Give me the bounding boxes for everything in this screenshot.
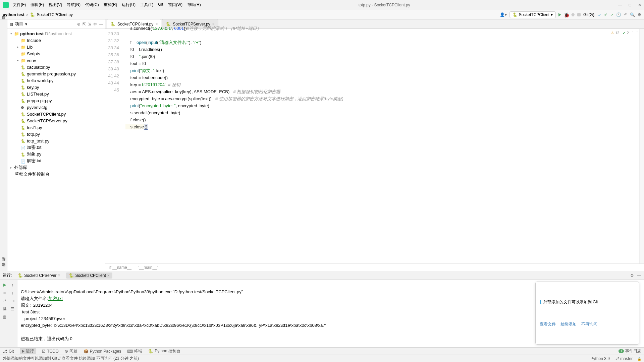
menu-run[interactable]: 运行(U) xyxy=(122,2,136,8)
structure-tool-tab[interactable]: 结构 xyxy=(0,263,7,265)
tool-run[interactable]: 运行 xyxy=(20,348,36,354)
run-button[interactable] xyxy=(558,13,561,16)
tool-todo[interactable]: ☑TODO xyxy=(42,349,58,354)
menu-navigate[interactable]: 导航(N) xyxy=(67,2,80,8)
chevron-up-icon[interactable]: ˆ xyxy=(632,31,634,35)
ok-count[interactable]: 2 xyxy=(623,31,629,35)
project-header-label[interactable]: 项目 xyxy=(15,21,23,27)
hide-panel-icon[interactable]: — xyxy=(637,273,641,278)
warning-count[interactable]: 12 xyxy=(611,31,619,35)
tree-file[interactable]: 解密.txt xyxy=(7,158,105,164)
tree-dir[interactable]: venv xyxy=(27,58,36,63)
project-tool-tab[interactable]: 项目 xyxy=(0,21,7,23)
rerun-button[interactable]: ▶ xyxy=(1,281,8,288)
tool-python-packages[interactable]: 📦Python Packages xyxy=(84,349,121,354)
chevron-right-icon[interactable]: ▸ xyxy=(16,59,19,62)
tree-file[interactable]: hello world.py xyxy=(7,77,105,84)
toast-view-files[interactable]: 查看文件 xyxy=(540,321,556,327)
chevron-down-icon[interactable]: ▾ xyxy=(25,22,27,26)
status-python[interactable]: Python 3.9 xyxy=(591,356,610,361)
scroll-end-button[interactable]: ⇥ xyxy=(9,297,16,304)
lock-icon[interactable] xyxy=(637,356,641,361)
close-button[interactable]: ✕ xyxy=(638,3,641,7)
close-icon[interactable]: × xyxy=(107,273,110,278)
tree-file[interactable]: SocketTCPClient.py xyxy=(7,111,105,117)
account-icon[interactable]: 👤▾ xyxy=(500,12,507,17)
collapse-all-icon[interactable]: ⇲ xyxy=(88,22,91,26)
tool-problems[interactable]: ⊘问题 xyxy=(65,348,77,354)
search-button[interactable]: 🔍 xyxy=(630,12,635,17)
breadcrumb-root[interactable]: python test xyxy=(3,12,24,17)
event-log[interactable]: 1事件日志 xyxy=(619,348,641,354)
run-config-selector[interactable]: 🐍 SocketTCPClient ▾ xyxy=(509,11,556,18)
toast-dont-ask[interactable]: 不再询问 xyxy=(581,321,597,327)
status-message[interactable]: 外部添加的文件可以添加到 Git // 查看文件 始终添加 不再询问 (23 分… xyxy=(3,356,139,361)
menu-view[interactable]: 视图(V) xyxy=(49,2,62,8)
tree-file[interactable]: pyvenv.cfg xyxy=(7,104,105,111)
run-console[interactable]: C:\Users\Administrator\AppData\Local\Pro… xyxy=(17,280,644,347)
menu-code[interactable]: 代码(C) xyxy=(85,2,99,8)
chevron-down-icon[interactable]: ▾ xyxy=(9,32,13,35)
layout-button[interactable]: ☰ xyxy=(9,305,16,312)
minimize-button[interactable]: — xyxy=(618,3,622,7)
tool-git[interactable]: ⎇Git xyxy=(3,349,14,354)
inspections-widget[interactable]: 12 2 ˆ ˇ xyxy=(611,31,638,35)
scratches[interactable]: 草稿文件和控制台 xyxy=(15,171,50,177)
chevron-right-icon[interactable]: ▸ xyxy=(9,166,13,169)
clear-button[interactable]: 🗑 xyxy=(1,313,8,320)
coverage-button[interactable]: ⬣ xyxy=(571,12,575,17)
tree-file[interactable]: 加密.txt xyxy=(7,144,105,151)
status-branch[interactable]: master xyxy=(614,356,633,361)
tree-file[interactable]: SocketTCPServer.py xyxy=(7,117,105,124)
up-button[interactable]: ↑ xyxy=(9,281,16,288)
console-input-link[interactable]: 加密.txt xyxy=(48,296,63,301)
git-commit-button[interactable]: ✔ xyxy=(604,12,607,17)
chevron-right-icon[interactable]: ▸ xyxy=(16,45,19,49)
locate-icon[interactable]: ⊕ xyxy=(77,22,80,26)
tool-python-console[interactable]: 🐍Python 控制台 xyxy=(148,348,180,354)
tree-root-name[interactable]: python test xyxy=(20,31,44,36)
tree-file[interactable]: 对象.py xyxy=(7,151,105,158)
tree-dir[interactable]: Scripts xyxy=(27,51,40,56)
menu-file[interactable]: 文件(F) xyxy=(13,2,26,8)
tree-file[interactable]: LISTtest.py xyxy=(7,90,105,97)
context-breadcrumb[interactable]: if __name__ == '__main__' xyxy=(105,263,644,271)
line-gutter[interactable]: 29 30 31 32 33 34 35 36 37 38 39 40 41 4… xyxy=(105,29,122,263)
soft-wrap-button[interactable]: ⤶ xyxy=(1,297,8,304)
down-button[interactable]: ↓ xyxy=(9,289,16,296)
undo-button[interactable]: ↶ xyxy=(624,12,627,17)
run-tab-client[interactable]: 🐍SocketTCPClient× xyxy=(66,273,112,279)
gear-icon[interactable]: ⚙ xyxy=(630,273,634,278)
toast-always-add[interactable]: 始终添加 xyxy=(560,321,577,327)
tree-file[interactable]: caculator.py xyxy=(7,64,105,70)
tree-file[interactable]: geometric progression.py xyxy=(7,70,105,77)
git-update-button[interactable]: ↙ xyxy=(598,12,601,17)
hide-panel-icon[interactable]: — xyxy=(99,22,103,26)
run-tab-server[interactable]: 🐍SocketTCPServer× xyxy=(15,273,63,279)
close-icon[interactable]: × xyxy=(58,273,60,278)
menu-edit[interactable]: 编辑(E) xyxy=(31,2,44,8)
stop-button[interactable]: ■ xyxy=(1,289,8,296)
git-history-button[interactable]: 🕓 xyxy=(616,12,621,17)
code-editor[interactable]: 29 30 31 32 33 34 35 36 37 38 39 40 41 4… xyxy=(105,29,644,263)
debug-button[interactable]: 🐞 xyxy=(564,12,569,17)
maximize-button[interactable]: □ xyxy=(629,3,631,7)
code-text[interactable]: s.connect(('127.0.0.1', 6001))#连接，元组的形式！… xyxy=(122,23,639,263)
tree-file[interactable]: totp_test.py xyxy=(7,137,105,144)
tree-file[interactable]: peppa pig.py xyxy=(7,97,105,104)
favorites-tool-tab[interactable]: 收藏 xyxy=(0,268,7,271)
tree-file[interactable]: key.py xyxy=(7,84,105,90)
stop-button[interactable] xyxy=(577,13,581,16)
tree-dir[interactable]: Include xyxy=(27,38,41,43)
project-tree[interactable]: ▾ python test D:\python test Include ▸Li… xyxy=(7,29,105,271)
chevron-down-icon[interactable]: ˇ xyxy=(637,31,638,35)
external-libraries[interactable]: 外部库 xyxy=(14,165,27,171)
gear-icon[interactable]: ⚙ xyxy=(93,22,97,26)
tree-file[interactable]: test1.py xyxy=(7,124,105,131)
git-push-button[interactable]: ↗ xyxy=(610,12,613,17)
breadcrumb-file[interactable]: SocketTCPClient.py xyxy=(37,12,73,17)
tool-terminal[interactable]: ⌨终端 xyxy=(127,348,142,354)
print-button[interactable]: 🖶 xyxy=(1,305,8,312)
tree-dir[interactable]: Lib xyxy=(27,45,33,50)
settings-button[interactable]: ⚙ xyxy=(638,12,641,17)
